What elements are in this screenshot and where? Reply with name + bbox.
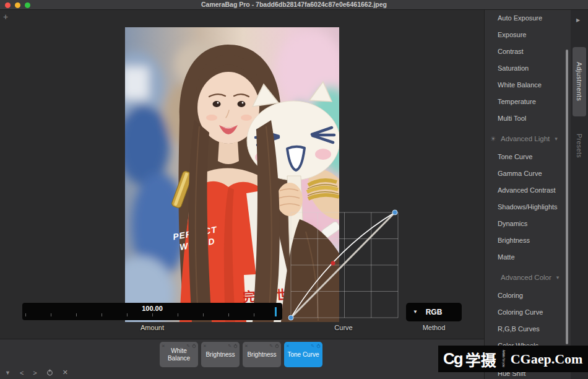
- close-icon[interactable]: ✕: [244, 344, 248, 348]
- sidebar-item-brightness[interactable]: Brightness: [485, 232, 571, 249]
- curve-label: Curve: [285, 324, 402, 331]
- watermark: Cg 学摄 Artists for you CGaep.Com: [438, 346, 588, 372]
- close-icon[interactable]: ✕: [63, 368, 68, 377]
- tile-label: Tone Curve: [287, 351, 319, 359]
- panel-tab-strip: ▶ Adjustments Presets: [571, 10, 588, 379]
- sidebar-item-temperature[interactable]: Temperature: [485, 94, 571, 110]
- window-title: CameraBag Pro - 7badd6db28147fa6024c87e0…: [0, 0, 588, 10]
- editor-canvas: +: [0, 10, 484, 339]
- sidebar-item-dynamics[interactable]: Dynamics: [485, 216, 571, 232]
- edit-icon[interactable]: ✎: [311, 344, 314, 348]
- sidebar-item-exposure[interactable]: Exposure: [485, 27, 571, 43]
- amount-value: 100.00: [22, 305, 282, 312]
- close-icon[interactable]: ✕: [203, 344, 207, 348]
- sidebar-item-tone-curve[interactable]: Tone Curve: [485, 149, 571, 165]
- tile-label: Brightness: [205, 351, 235, 359]
- tab-presets[interactable]: Presets: [573, 125, 586, 167]
- tile-brightness-2[interactable]: ✕ ✎ Brightness: [243, 342, 281, 367]
- watermark-tagline: Artists for you: [499, 350, 505, 368]
- close-icon[interactable]: ✕: [162, 344, 165, 348]
- power-icon[interactable]: [316, 344, 321, 348]
- chevron-down-icon: ▾: [556, 269, 560, 286]
- power-icon[interactable]: [46, 369, 53, 376]
- sidebar-item-rgb-curves[interactable]: R,G,B Curves: [485, 321, 571, 338]
- section-header-advanced-light[interactable]: ☀ Advanced Light ▾: [485, 130, 571, 147]
- color-sphere-icon: [490, 269, 497, 286]
- slider-ticks: [25, 313, 279, 316]
- amount-slider[interactable]: 100.00: [22, 303, 282, 320]
- method-label: Method: [406, 324, 462, 331]
- tone-curve-editor[interactable]: [285, 207, 405, 323]
- adjustment-tiles: ✕ ✎ White Balance ✕ ✎ Brightness ✕ ✎: [160, 342, 322, 367]
- power-icon[interactable]: [233, 344, 238, 348]
- slider-handle[interactable]: [275, 307, 277, 316]
- tile-label: White Balance: [162, 347, 196, 362]
- amount-label: Amount: [22, 324, 282, 331]
- section-label: Advanced Color: [501, 269, 551, 286]
- tab-adjustments[interactable]: Adjustments: [573, 47, 586, 116]
- tile-white-balance[interactable]: ✕ ✎ White Balance: [160, 342, 198, 367]
- curve-point-marker[interactable]: [331, 261, 335, 266]
- sidebar-item-saturation[interactable]: Saturation: [485, 60, 571, 77]
- sidebar-item-multi-tool[interactable]: Multi Tool: [485, 110, 571, 127]
- sidebar-item-coloring-curve[interactable]: Coloring Curve: [485, 304, 571, 321]
- power-icon[interactable]: [275, 344, 279, 348]
- chevron-down-icon: ▾: [555, 130, 558, 147]
- tile-label: Brightness: [247, 351, 276, 359]
- watermark-logo: Cg: [443, 349, 462, 368]
- next-icon[interactable]: >: [33, 369, 37, 377]
- method-dropdown[interactable]: ▼ RGB: [406, 303, 462, 321]
- edit-icon[interactable]: ✎: [228, 344, 231, 348]
- sun-icon: ☀: [490, 130, 497, 147]
- adjustments-panel: Auto Exposure Exposure Contrast Saturati…: [484, 10, 571, 379]
- watermark-cjk-text: 学摄: [465, 348, 496, 370]
- section-header-advanced-color[interactable]: Advanced Color ▾: [485, 269, 571, 286]
- collapse-panel-icon[interactable]: ▶: [576, 17, 580, 23]
- curve-handle-high[interactable]: [392, 210, 397, 215]
- section-label: Advanced Light: [501, 130, 550, 147]
- power-icon[interactable]: [192, 344, 196, 348]
- sidebar-item-white-balance[interactable]: White Balance: [485, 77, 571, 94]
- tile-tone-curve[interactable]: ✕ ✎ Tone Curve: [284, 342, 322, 367]
- sidebar-item-gamma-curve[interactable]: Gamma Curve: [485, 165, 571, 182]
- method-value: RGB: [406, 308, 462, 316]
- title-bar: CameraBag Pro - 7badd6db28147fa6024c87e0…: [0, 0, 588, 10]
- previous-icon[interactable]: <: [20, 369, 24, 377]
- watermark-site: CGaep.Com: [511, 351, 583, 367]
- sidebar-item-shadows-highlights[interactable]: Shadows/Highlights: [485, 199, 571, 216]
- sidebar-item-contrast[interactable]: Contrast: [485, 43, 571, 60]
- add-icon[interactable]: +: [3, 12, 8, 21]
- filmstrip-bar: ▼ < > ✕ ✕ ✎ White Balance ✕ ✎: [0, 339, 484, 379]
- close-icon[interactable]: ✕: [286, 344, 290, 348]
- sidebar-scrollbar[interactable]: [566, 50, 568, 344]
- edit-icon[interactable]: ✎: [269, 344, 273, 348]
- curve-handle-low[interactable]: [288, 315, 293, 320]
- sidebar-item-matte[interactable]: Matte: [485, 249, 571, 266]
- app-window: CameraBag Pro - 7badd6db28147fa6024c87e0…: [0, 0, 588, 379]
- edit-icon[interactable]: ✎: [186, 344, 190, 348]
- sidebar-item-advanced-contrast[interactable]: Advanced Contrast: [485, 182, 571, 199]
- collapse-filmstrip-icon[interactable]: ▼: [5, 370, 11, 376]
- tile-brightness-1[interactable]: ✕ ✎ Brightness: [201, 342, 240, 367]
- sidebar-item-auto-exposure[interactable]: Auto Exposure: [485, 10, 571, 27]
- sidebar-item-coloring[interactable]: Coloring: [485, 287, 571, 304]
